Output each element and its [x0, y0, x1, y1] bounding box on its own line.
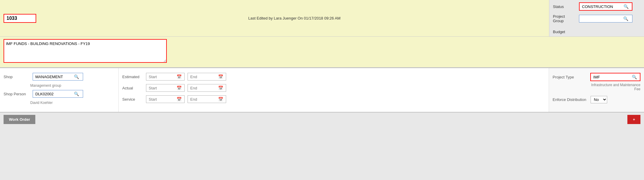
- actual-label: Actual: [122, 86, 143, 90]
- estimated-end-input[interactable]: [190, 75, 217, 79]
- project-group-search-icon[interactable]: 🔍: [623, 16, 628, 21]
- status-search-icon[interactable]: 🔍: [624, 4, 629, 9]
- project-type-input[interactable]: [593, 75, 632, 79]
- shop-search-icon[interactable]: 🔍: [74, 74, 79, 79]
- add-button[interactable]: +: [627, 115, 640, 124]
- actual-end-field[interactable]: 📅: [188, 84, 226, 92]
- actual-start-input[interactable]: [149, 86, 175, 90]
- estimated-start-input[interactable]: [149, 75, 175, 79]
- shop-label: Shop: [4, 75, 30, 79]
- shop-sublabel: Management group: [30, 83, 115, 88]
- work-order-tab[interactable]: Work Order: [4, 115, 35, 124]
- estimated-label: Estimated: [122, 75, 143, 79]
- service-label: Service: [122, 97, 143, 102]
- service-start-input[interactable]: [149, 97, 175, 102]
- estimated-end-calendar-icon[interactable]: 📅: [218, 74, 223, 79]
- shop-person-input[interactable]: [35, 92, 74, 96]
- shop-person-sublabel: David Koehler: [30, 101, 115, 105]
- shop-person-field[interactable]: 🔍: [33, 90, 83, 98]
- status-label: Status: [553, 4, 577, 9]
- project-group-input[interactable]: [582, 17, 623, 21]
- project-type-sublabel: Infrastructure and Maintenance Fee: [553, 83, 640, 91]
- service-end-calendar-icon[interactable]: 📅: [218, 97, 223, 102]
- actual-end-calendar-icon[interactable]: 📅: [218, 86, 223, 90]
- service-end-field[interactable]: 📅: [188, 95, 226, 103]
- project-group-label: Project Group: [553, 14, 577, 23]
- project-group-field[interactable]: 🔍: [579, 15, 632, 22]
- budget-label: Budget: [553, 30, 565, 34]
- actual-end-input[interactable]: [190, 86, 217, 90]
- estimated-end-field[interactable]: 📅: [188, 73, 226, 81]
- project-id-input[interactable]: [4, 14, 36, 23]
- project-type-search-icon[interactable]: 🔍: [632, 75, 637, 79]
- actual-start-calendar-icon[interactable]: 📅: [177, 86, 182, 90]
- shop-field[interactable]: 🔍: [33, 73, 83, 81]
- project-type-label: Project Type: [553, 75, 588, 79]
- service-start-field[interactable]: 📅: [146, 95, 185, 103]
- estimated-start-field[interactable]: 📅: [146, 73, 185, 81]
- service-start-calendar-icon[interactable]: 📅: [177, 97, 182, 102]
- service-end-input[interactable]: [190, 97, 217, 102]
- shop-person-search-icon[interactable]: 🔍: [74, 91, 79, 96]
- shop-person-label: Shop Person: [4, 92, 30, 96]
- last-edited-text: Last Edited by Lara Juenger On 01/17/201…: [248, 16, 341, 20]
- estimated-start-calendar-icon[interactable]: 📅: [177, 74, 182, 79]
- description-textarea[interactable]: IMF FUNDS - BUILDING RENOVATIONS - FY19: [4, 39, 167, 63]
- status-input[interactable]: [582, 4, 624, 9]
- shop-input[interactable]: [35, 75, 74, 79]
- enforce-distribution-select[interactable]: No Yes: [591, 96, 607, 103]
- enforce-distribution-label: Enforce Distribution: [553, 97, 588, 102]
- actual-start-field[interactable]: 📅: [146, 84, 185, 92]
- status-field[interactable]: 🔍: [579, 2, 632, 11]
- project-type-field[interactable]: 🔍: [590, 73, 640, 81]
